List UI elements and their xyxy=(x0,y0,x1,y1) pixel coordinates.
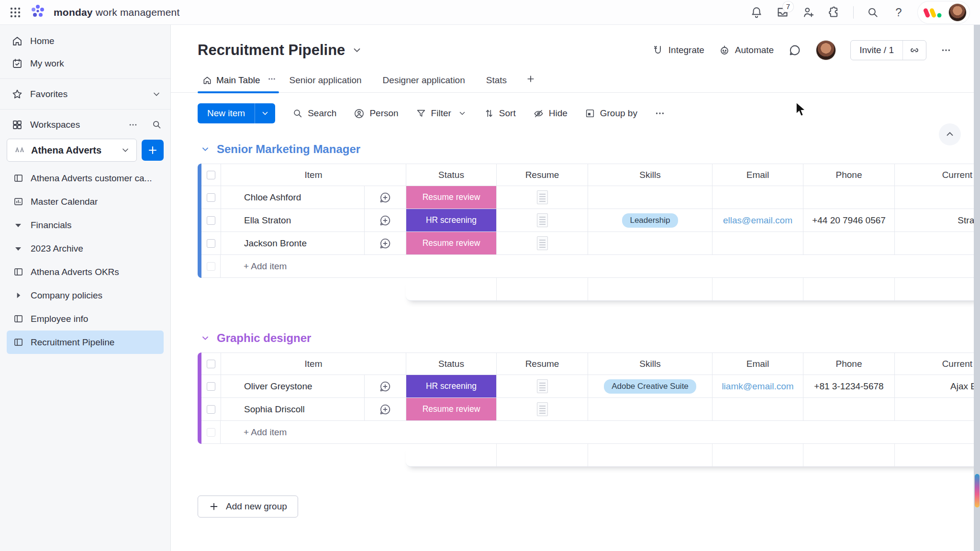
row-checkbox[interactable] xyxy=(201,398,221,420)
email-link[interactable]: ellas@email.com xyxy=(723,215,792,226)
group-title[interactable]: Senior Marketing Manager xyxy=(200,143,980,156)
tab-stats[interactable]: Stats xyxy=(481,75,520,92)
phone-cell[interactable]: +81 3-1234-5678 xyxy=(803,375,894,397)
company-cell[interactable] xyxy=(894,232,980,254)
chevron-down-icon[interactable] xyxy=(458,109,467,118)
company-cell[interactable] xyxy=(894,186,980,209)
add-view-icon[interactable] xyxy=(523,74,543,92)
collapse-group-icon[interactable] xyxy=(200,333,210,343)
tab-senior-application[interactable]: Senior application xyxy=(285,75,375,92)
sidebar-item-home[interactable]: Home xyxy=(0,30,170,52)
status-label[interactable]: HR screening xyxy=(406,209,496,231)
skills-cell[interactable] xyxy=(588,186,712,209)
status-label[interactable]: Resume review xyxy=(406,398,496,420)
email-cell[interactable] xyxy=(712,398,803,420)
resume-file-icon[interactable] xyxy=(537,213,548,227)
phone-cell[interactable] xyxy=(803,232,894,254)
sidebar-folder-company-policies[interactable]: Company policies xyxy=(7,284,164,307)
resume-cell[interactable] xyxy=(496,186,588,209)
skills-cell[interactable] xyxy=(588,398,712,420)
open-item-chat-icon[interactable] xyxy=(364,375,406,397)
collapse-toolbar-button[interactable] xyxy=(939,123,961,145)
item-name[interactable]: Oliver Greystone xyxy=(221,375,364,397)
board-chat-icon[interactable] xyxy=(788,44,802,57)
sidebar-section-favorites[interactable]: Favorites xyxy=(0,83,170,105)
select-all-checkbox[interactable] xyxy=(201,353,221,375)
item-name[interactable]: Jackson Bronte xyxy=(221,232,364,254)
toolbar-more-icon[interactable] xyxy=(655,108,665,119)
sidebar-board-customer-cards[interactable]: Athena Adverts customer ca... xyxy=(7,166,164,190)
email-cell[interactable] xyxy=(712,232,803,254)
add-item-row[interactable]: + Add item xyxy=(201,255,980,278)
collapse-group-icon[interactable] xyxy=(200,144,210,154)
skill-tag[interactable]: Leadership xyxy=(622,213,678,228)
skills-cell[interactable]: Leadership xyxy=(588,209,712,231)
add-item-label[interactable]: + Add item xyxy=(221,261,287,272)
column-header-email[interactable]: Email xyxy=(712,353,803,375)
more-options-icon[interactable] xyxy=(128,120,138,130)
add-new-group-button[interactable]: Add new group xyxy=(198,496,298,518)
resume-cell[interactable] xyxy=(496,375,588,397)
inbox-icon[interactable]: 7 xyxy=(776,6,789,19)
item-name[interactable]: Ella Straton xyxy=(221,209,364,231)
help-icon[interactable]: ? xyxy=(892,6,905,19)
chevron-down-icon[interactable] xyxy=(151,89,162,99)
tab-options-icon[interactable] xyxy=(267,75,276,86)
email-cell[interactable]: ellas@email.com xyxy=(712,209,803,231)
email-link[interactable]: liamk@email.com xyxy=(722,381,793,392)
invite-button[interactable]: Invite / 1 xyxy=(850,40,926,60)
sidebar-section-workspaces[interactable]: Workspaces xyxy=(0,113,170,136)
search-button[interactable]: Search xyxy=(292,108,336,119)
sidebar-board-master-calendar[interactable]: Master Calendar xyxy=(7,190,164,213)
column-header-company[interactable]: Current company xyxy=(894,353,980,375)
skills-cell[interactable] xyxy=(588,232,712,254)
column-header-phone[interactable]: Phone xyxy=(803,353,894,375)
app-grid-icon[interactable] xyxy=(9,6,22,19)
new-item-button[interactable]: New item xyxy=(198,103,275,123)
row-checkbox[interactable] xyxy=(201,186,221,209)
column-header-status[interactable]: Status xyxy=(406,164,496,186)
phone-cell[interactable] xyxy=(803,398,894,420)
add-item-row[interactable]: + Add item xyxy=(201,421,980,444)
row-checkbox[interactable] xyxy=(201,209,221,231)
sidebar-item-my-work[interactable]: My work xyxy=(0,52,170,75)
tab-designer-application[interactable]: Designer application xyxy=(378,75,479,92)
add-item-label[interactable]: + Add item xyxy=(221,427,287,438)
add-workspace-button[interactable] xyxy=(142,140,164,161)
open-item-chat-icon[interactable] xyxy=(364,209,406,231)
phone-cell[interactable] xyxy=(803,186,894,209)
resume-cell[interactable] xyxy=(496,398,588,420)
status-label[interactable]: HR screening xyxy=(406,375,496,397)
workspace-search-icon[interactable] xyxy=(151,120,162,130)
user-avatar[interactable] xyxy=(948,3,967,22)
company-cell[interactable] xyxy=(894,398,980,420)
skill-tag[interactable]: Adobe Creative Suite xyxy=(604,379,696,394)
sidebar-board-employee-info[interactable]: Employee info xyxy=(7,307,164,331)
column-header-skills[interactable]: Skills xyxy=(588,164,712,186)
email-cell[interactable] xyxy=(712,186,803,209)
open-item-chat-icon[interactable] xyxy=(364,398,406,420)
invite-members-icon[interactable] xyxy=(802,6,815,19)
hide-button[interactable]: Hide xyxy=(533,108,568,119)
sidebar-board-okrs[interactable]: Athena Adverts OKRs xyxy=(7,260,164,284)
tab-main-table[interactable]: Main Table xyxy=(198,75,282,92)
company-cell[interactable]: StratTech xyxy=(894,209,980,231)
group-by-button[interactable]: Group by xyxy=(585,108,637,119)
copy-link-icon[interactable] xyxy=(903,41,926,60)
vertical-scrollbar[interactable] xyxy=(974,25,980,551)
sidebar-folder-financials[interactable]: Financials xyxy=(7,213,164,237)
column-header-phone[interactable]: Phone xyxy=(803,164,894,186)
group-title[interactable]: Graphic designer xyxy=(200,331,980,345)
resume-cell[interactable] xyxy=(496,232,588,254)
workspace-selector[interactable]: Athena Adverts xyxy=(7,139,137,162)
phone-cell[interactable]: +44 20 7946 0567 xyxy=(803,209,894,231)
column-header-resume[interactable]: Resume xyxy=(496,164,588,186)
column-header-skills[interactable]: Skills xyxy=(588,353,712,375)
scrollbar-thumb[interactable] xyxy=(975,474,980,507)
item-name[interactable]: Chloe Ashford xyxy=(221,186,364,209)
skills-cell[interactable]: Adobe Creative Suite xyxy=(588,375,712,397)
select-all-checkbox[interactable] xyxy=(201,164,221,186)
sort-button[interactable]: Sort xyxy=(484,108,516,119)
column-header-item[interactable]: Item xyxy=(221,164,406,186)
column-header-company[interactable]: Current company xyxy=(894,164,980,186)
